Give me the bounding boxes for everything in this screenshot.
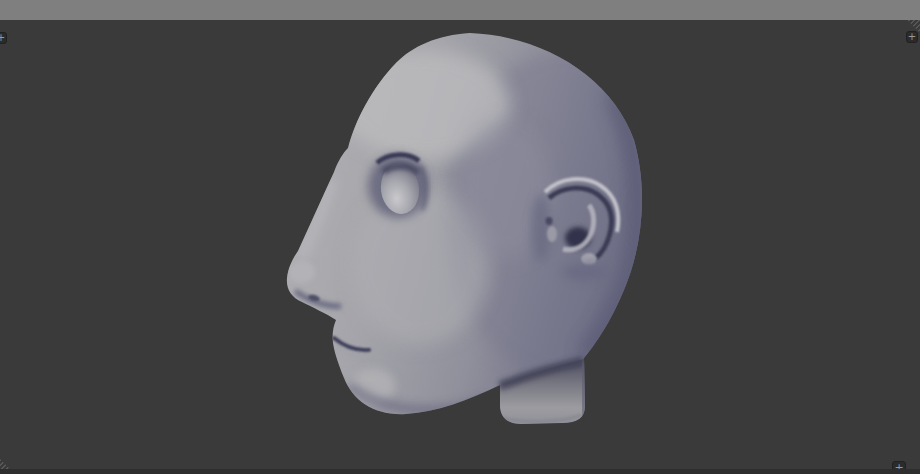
- footer-strip: [0, 469, 920, 474]
- eye: [368, 154, 428, 218]
- head-model[interactable]: [287, 33, 685, 424]
- expand-region-button-right[interactable]: +: [906, 31, 918, 43]
- application-window: + + +: [0, 0, 920, 474]
- expand-region-button-left[interactable]: +: [0, 32, 7, 44]
- scene-canvas[interactable]: [0, 0, 920, 474]
